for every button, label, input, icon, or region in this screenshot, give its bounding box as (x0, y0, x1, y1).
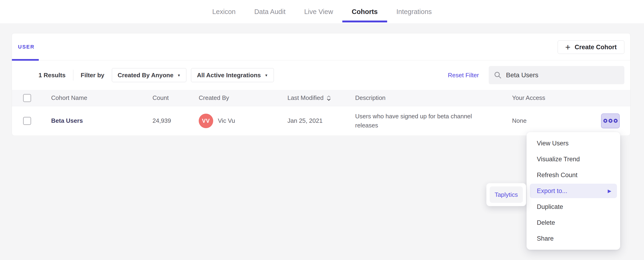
submenu-arrow-icon: ▶ (608, 188, 611, 194)
select-all-checkbox[interactable] (23, 94, 31, 102)
search-icon (494, 71, 502, 79)
ellipsis-icon (614, 119, 618, 123)
divider (73, 70, 73, 80)
active-tab-underline (342, 20, 387, 22)
last-modified-cell: Jan 25, 2021 (274, 117, 344, 124)
cohorts-card: USER + Create Cohort 1 Results Filter by… (12, 33, 630, 135)
menu-item-refresh-count[interactable]: Refresh Count (526, 167, 620, 183)
avatar: VV (199, 114, 213, 128)
row-actions-button[interactable] (601, 114, 620, 128)
top-nav: Lexicon Data Audit Live View Cohorts Int… (0, 0, 644, 23)
header-description: Description (344, 93, 500, 102)
results-count: 1 Results (38, 72, 66, 79)
card-tabs-row: USER + Create Cohort (12, 34, 630, 60)
create-cohort-label: Create Cohort (575, 44, 617, 51)
table-row: Beta Users 24,939 VV Vic Vu Jan 25, 2021… (12, 106, 630, 135)
chevron-down-icon: ▼ (264, 73, 268, 77)
search-value: Beta Users (506, 72, 538, 79)
export-submenu: Taplytics (486, 183, 526, 206)
nav-tab-integrations[interactable]: Integrations (387, 0, 441, 23)
your-access-cell: None (500, 117, 596, 124)
filter-by-label: Filter by (81, 72, 104, 79)
nav-tab-cohorts-label: Cohorts (352, 8, 378, 16)
nav-tab-lexicon[interactable]: Lexicon (203, 0, 245, 23)
tab-user[interactable]: USER (18, 44, 34, 50)
nav-tab-data-audit[interactable]: Data Audit (245, 0, 295, 23)
menu-item-export-to[interactable]: Export to... ▶ (530, 184, 617, 198)
cohort-name-link[interactable]: Beta Users (51, 117, 83, 124)
menu-item-view-users[interactable]: View Users (526, 135, 620, 151)
nav-tab-live-view[interactable]: Live View (295, 0, 342, 23)
menu-item-visualize-trend[interactable]: Visualize Trend (526, 151, 620, 167)
description-cell: Users who have signed up for beta channe… (344, 112, 500, 130)
row-context-menu: View Users Visualize Trend Refresh Count… (526, 132, 620, 250)
nav-tab-cohorts[interactable]: Cohorts (342, 0, 387, 23)
integrations-dropdown-label: All Active Integrations (197, 72, 261, 79)
search-input[interactable]: Beta Users (489, 66, 624, 84)
cohorts-page: Lexicon Data Audit Live View Cohorts Int… (0, 0, 644, 260)
ellipsis-icon (603, 119, 607, 123)
header-cohort-name: Cohort Name (40, 94, 147, 102)
sort-icon[interactable] (326, 94, 331, 102)
menu-item-share[interactable]: Share (526, 230, 620, 246)
created-by-name: Vic Vu (218, 117, 235, 124)
created-by-dropdown-label: Created By Anyone (118, 72, 174, 79)
header-count: Count (147, 94, 182, 102)
header-last-modified-label: Last Modified (288, 94, 324, 102)
plus-icon: + (565, 43, 570, 51)
header-your-access: Your Access (500, 94, 596, 102)
integrations-dropdown[interactable]: All Active Integrations ▼ (191, 68, 274, 82)
ellipsis-icon (608, 119, 612, 123)
submenu-item-taplytics[interactable]: Taplytics (490, 186, 523, 203)
menu-item-export-to-label: Export to... (537, 188, 568, 195)
menu-item-delete[interactable]: Delete (526, 215, 620, 230)
user-tab-underline (12, 59, 39, 61)
created-by-cell: VV Vic Vu (182, 114, 274, 128)
reset-filter-link[interactable]: Reset Filter (448, 72, 479, 79)
row-checkbox[interactable] (23, 117, 31, 125)
table-header: Cohort Name Count Created By Last Modifi… (12, 90, 630, 106)
create-cohort-button[interactable]: + Create Cohort (558, 40, 624, 54)
filter-bar: 1 Results Filter by Created By Anyone ▼ … (12, 60, 630, 90)
created-by-dropdown[interactable]: Created By Anyone ▼ (112, 68, 186, 82)
header-created-by: Created By (182, 94, 274, 102)
menu-item-duplicate[interactable]: Duplicate (526, 199, 620, 215)
cohort-count: 24,939 (147, 117, 182, 124)
chevron-down-icon: ▼ (177, 73, 181, 77)
header-last-modified[interactable]: Last Modified (274, 94, 344, 102)
